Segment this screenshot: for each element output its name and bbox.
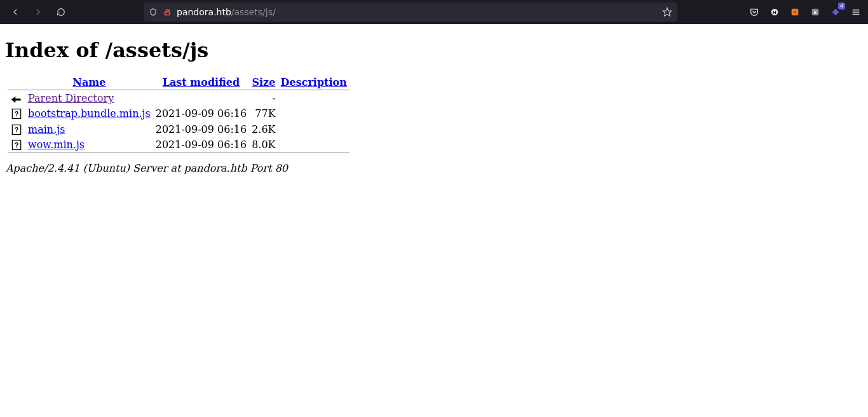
table-row: ? main.js 2021-09-09 06:16 2.6K [8, 121, 349, 137]
server-signature: Apache/2.4.41 (Ubuntu) Server at pandora… [6, 162, 863, 174]
file-unknown-icon: ? [8, 137, 25, 153]
lock-insecure-icon [163, 8, 172, 17]
url-host: pandora.htb [177, 7, 231, 17]
col-modified[interactable]: Last modified [153, 75, 249, 90]
address-bar[interactable]: pandora.htb/assets/js/ [144, 3, 677, 22]
ext-purple-icon[interactable]: 4 [830, 6, 841, 18]
file-link[interactable]: bootstrap.bundle.min.js [25, 106, 153, 122]
table-row: ? bootstrap.bundle.min.js 2021-09-09 06:… [8, 106, 349, 122]
parent-size: - [249, 90, 278, 106]
ext-grey-s-icon[interactable]: S [810, 6, 821, 18]
hamburger-menu-icon[interactable] [850, 6, 862, 18]
file-modified: 2021-09-09 06:16 [153, 106, 249, 122]
ext-circle-h-icon[interactable]: H [769, 6, 780, 18]
pocket-icon[interactable] [749, 6, 760, 18]
back-button[interactable] [5, 2, 25, 22]
ext-orange-icon[interactable] [789, 6, 801, 18]
directory-listing: Name Last modified Size Description Pare… [8, 75, 349, 153]
svg-text:H: H [773, 10, 776, 15]
file-unknown-icon: ? [8, 106, 25, 122]
ext-badge: 4 [838, 3, 845, 10]
svg-text:S: S [814, 10, 817, 15]
svg-text:?: ? [15, 110, 19, 118]
col-description[interactable]: Description [278, 75, 349, 90]
url-text: pandora.htb/assets/js/ [177, 7, 657, 17]
url-path: /assets/js/ [231, 7, 276, 17]
parent-directory-link[interactable]: Parent Directory [25, 90, 153, 106]
file-size: 77K [249, 106, 278, 122]
browser-toolbar: pandora.htb/assets/js/ H S 4 [0, 0, 868, 24]
bookmark-star-icon[interactable] [662, 7, 672, 17]
col-name[interactable]: Name [25, 75, 153, 90]
forward-button[interactable] [28, 2, 48, 22]
shield-icon [149, 8, 158, 17]
svg-marker-2 [663, 8, 671, 16]
svg-text:?: ? [15, 141, 19, 149]
col-size[interactable]: Size [249, 75, 278, 90]
back-folder-icon [8, 90, 25, 106]
toolbar-extensions: H S 4 [749, 6, 862, 18]
file-link[interactable]: wow.min.js [25, 137, 153, 153]
page-title: Index of /assets/js [5, 38, 863, 62]
file-modified: 2021-09-09 06:16 [153, 121, 249, 137]
col-icon [8, 75, 25, 90]
file-size: 8.0K [249, 137, 278, 153]
svg-text:?: ? [15, 126, 19, 133]
reload-button[interactable] [51, 2, 71, 22]
file-link[interactable]: main.js [25, 121, 153, 137]
table-row: Parent Directory - [8, 90, 349, 106]
file-modified: 2021-09-09 06:16 [153, 137, 249, 153]
table-row: ? wow.min.js 2021-09-09 06:16 8.0K [8, 137, 349, 153]
file-size: 2.6K [249, 121, 278, 137]
file-unknown-icon: ? [8, 121, 25, 137]
page-content: Index of /assets/js Name Last modified S… [0, 24, 868, 179]
